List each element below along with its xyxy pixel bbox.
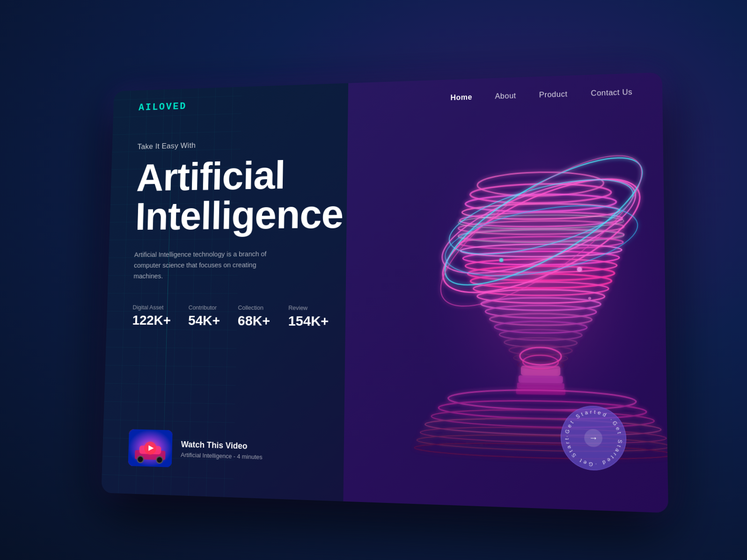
stats-container: Digital Asset 122K+ Contributor 54K+ Col…	[132, 304, 364, 329]
svg-point-21	[473, 282, 608, 295]
video-title[interactable]: Watch This Video	[181, 439, 263, 451]
svg-point-42	[432, 160, 647, 292]
hero-image-container	[395, 86, 668, 487]
svg-point-19	[468, 266, 615, 280]
stat-value-collection: 68K+	[238, 313, 271, 328]
svg-rect-36	[519, 375, 563, 383]
stat-value-digital-asset: 122K+	[132, 312, 171, 327]
get-started-container[interactable]: ·Get Started ·Get Started ·Get Started	[561, 405, 627, 471]
svg-point-33	[458, 229, 624, 242]
svg-point-47	[448, 388, 637, 411]
svg-point-28	[504, 337, 577, 348]
svg-point-53	[415, 441, 668, 461]
stat-label-contributor: Contributor	[189, 304, 220, 311]
stat-value-contributor: 54K+	[188, 313, 220, 328]
svg-point-29	[509, 345, 572, 355]
svg-point-13	[458, 220, 624, 235]
svg-point-11	[462, 203, 620, 220]
nav-link-contact[interactable]: Contact Us	[591, 88, 632, 97]
svg-point-44	[442, 164, 641, 269]
svg-point-49	[432, 408, 654, 429]
svg-point-8	[477, 171, 604, 196]
svg-text:·Get Started ·Get Started ·Get: ·Get Started ·Get Started ·Get Started	[561, 406, 624, 468]
nav-link-product[interactable]: Product	[539, 90, 568, 99]
arrow-icon[interactable]	[584, 429, 602, 447]
video-info: Watch This Video Artificial Intelligence…	[181, 439, 263, 460]
svg-point-23	[481, 298, 601, 310]
svg-point-3	[137, 456, 143, 462]
svg-point-26	[495, 321, 587, 333]
svg-point-48	[439, 399, 646, 421]
svg-point-40	[523, 355, 558, 369]
main-content: Take It Easy With Artificial Intelligenc…	[132, 137, 366, 357]
stat-label-digital-asset: Digital Asset	[132, 304, 171, 311]
nav-item-contact[interactable]: Contact Us	[591, 88, 632, 98]
card-wrapper: AILOVED Home About Product Contact Us	[101, 72, 668, 513]
svg-point-4	[156, 456, 162, 463]
stat-label-review: Review	[288, 304, 329, 311]
nav-links: Home About Product Contact Us	[450, 88, 632, 102]
video-thumb-svg	[128, 429, 173, 467]
svg-point-22	[477, 290, 605, 303]
main-card: AILOVED Home About Product Contact Us	[101, 72, 668, 513]
svg-point-27	[499, 329, 582, 340]
circular-text-svg: ·Get Started ·Get Started ·Get Started	[561, 406, 626, 471]
svg-rect-37	[517, 382, 564, 389]
hero-description: Artificial Intelligence technology is a …	[133, 248, 283, 281]
nav-item-product[interactable]: Product	[539, 90, 568, 99]
svg-point-10	[465, 193, 616, 212]
svg-point-56	[588, 297, 591, 299]
svg-point-25	[490, 313, 592, 325]
svg-point-46	[440, 192, 643, 288]
nav-link-home[interactable]: Home	[450, 93, 472, 101]
stat-collection: Collection 68K+	[238, 304, 271, 328]
svg-point-51	[420, 425, 666, 445]
svg-point-45	[421, 130, 664, 331]
svg-point-32	[458, 214, 624, 229]
nav-link-about[interactable]: About	[495, 91, 516, 100]
stat-digital-asset: Digital Asset 122K+	[132, 304, 171, 328]
hero-title-line2: Intelligence	[135, 191, 344, 238]
outer-background: AILOVED Home About Product Contact Us	[0, 0, 747, 560]
svg-point-30	[513, 353, 568, 363]
svg-point-16	[461, 243, 622, 257]
svg-rect-35	[521, 365, 560, 376]
svg-point-15	[459, 236, 623, 249]
svg-point-55	[499, 258, 503, 262]
svg-point-43	[429, 135, 660, 307]
svg-point-50	[425, 416, 661, 437]
svg-point-41	[428, 156, 656, 314]
stat-contributor: Contributor 54K+	[188, 304, 220, 328]
svg-point-52	[417, 433, 668, 454]
svg-point-18	[465, 258, 617, 272]
svg-point-39	[520, 347, 562, 365]
stat-value-review: 154K+	[288, 313, 329, 329]
get-started-button[interactable]: ·Get Started ·Get Started ·Get Started	[561, 405, 627, 471]
svg-point-7	[414, 95, 668, 467]
nav-item-home[interactable]: Home	[450, 93, 472, 102]
ai-head-svg	[395, 86, 668, 487]
hero-title: Artificial Intelligence	[135, 153, 366, 236]
svg-rect-38	[516, 388, 566, 395]
svg-point-20	[470, 273, 611, 288]
svg-point-54	[577, 267, 582, 271]
svg-point-34	[461, 243, 622, 257]
stat-label-collection: Collection	[238, 304, 270, 311]
video-thumbnail[interactable]	[128, 429, 173, 467]
svg-point-31	[518, 360, 564, 370]
video-description: Artificial Intelligence - 4 minutes	[181, 451, 263, 460]
svg-point-24	[485, 305, 596, 318]
svg-point-12	[460, 211, 622, 227]
navbar: AILOVED Home About Product Contact Us	[113, 72, 662, 125]
svg-point-14	[458, 228, 624, 242]
video-section: Watch This Video Artificial Intelligence…	[128, 429, 263, 470]
video-thumb-inner	[128, 429, 173, 467]
svg-point-17	[463, 251, 619, 265]
brand-logo[interactable]: AILOVED	[139, 101, 187, 113]
nav-item-about[interactable]: About	[495, 91, 516, 100]
svg-point-9	[470, 182, 611, 204]
stat-review: Review 154K+	[288, 304, 329, 329]
